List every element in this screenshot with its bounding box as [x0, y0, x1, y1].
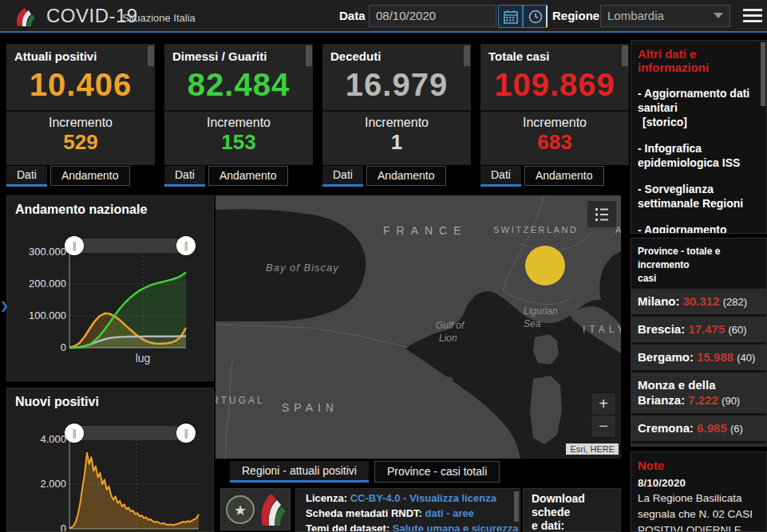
province-total: 15.988 — [697, 350, 733, 364]
link-text-2: [storico] — [638, 115, 760, 129]
time-slider-handle-left[interactable]: ∥ — [65, 236, 84, 255]
nuovi-positivi-chart: 4.0002.0000 — [7, 388, 214, 532]
tab-province-casi-totali[interactable]: Province - casi totali — [374, 461, 500, 483]
calendar-button[interactable] — [498, 5, 523, 28]
card-title: Totale casi — [480, 44, 629, 63]
stat-card-dimessi-guariti: Dimessi / Guariti 82.484 Incremento 153 — [164, 44, 313, 165]
province-total: 30.312 — [683, 294, 720, 308]
tab-regioni-attuali-positivi[interactable]: Regioni - attuali positivi — [230, 461, 369, 483]
region-label: Regione — [552, 9, 599, 22]
time-slider-track[interactable] — [74, 238, 186, 253]
licenza-link[interactable]: CC-BY-4.0 — [350, 492, 401, 504]
app-subtitle: Situazione Italia — [122, 12, 196, 24]
license-scrollbar[interactable] — [514, 491, 519, 522]
time-slider-track[interactable] — [74, 426, 186, 440]
card-value: 10.406 — [6, 67, 155, 103]
region-select[interactable]: Lombardia — [600, 5, 730, 27]
svg-text:0: 0 — [61, 522, 66, 532]
card-scrollbar[interactable] — [464, 45, 470, 66]
card-divider — [164, 110, 313, 112]
link-aggiornamento-nazionale-iss[interactable]: - Aggiornamento nazionale ISS — [631, 223, 766, 234]
legend-button[interactable] — [587, 201, 616, 227]
province-row-monza: Monza e della Brianza: 7.222 (90) — [631, 372, 766, 413]
tab-andamento[interactable]: Andamento — [524, 166, 604, 186]
license-separator: - — [401, 492, 410, 504]
card-divider — [480, 110, 629, 112]
legend-icon — [594, 207, 610, 223]
menu-button[interactable] — [743, 9, 762, 23]
card-value: 109.869 — [480, 67, 629, 103]
time-slider-handle-right[interactable]: ∥ — [176, 236, 196, 255]
province-row-milano: Milano: 30.312 (282) — [631, 289, 766, 314]
metadata-line: Scheda metadati RNDT: dati - aree — [296, 504, 520, 519]
tab-dati[interactable]: Dati — [164, 166, 205, 187]
nuovi-positivi-panel: Nuovi positivi 4.0002.0000 ∥ ∥ — [6, 388, 214, 532]
andamento-nazionale-chart: 300.000200.000100.0000lug — [7, 196, 214, 381]
tab-andamento[interactable]: Andamento — [366, 166, 446, 186]
calendar-icon — [504, 10, 518, 24]
tab-dati[interactable]: Dati — [6, 166, 47, 187]
link-text: - Infografica epidemiologica ISS — [638, 141, 760, 170]
province-total: 7.222 — [688, 393, 718, 407]
svg-text:2.000: 2.000 — [40, 478, 66, 490]
card-scrollbar[interactable] — [306, 45, 312, 66]
expand-panel-chevron-icon[interactable]: ❯ — [0, 300, 9, 312]
increment-value: 529 — [6, 130, 155, 154]
card-divider — [322, 110, 471, 112]
europe-map[interactable]: FRANCE SWITZERLAND AUSTRIA ITALY SPAIN P… — [215, 195, 621, 459]
dati-link[interactable]: dati — [425, 507, 444, 519]
increment-value: 1 — [322, 130, 471, 154]
download-label-line1: Download schede — [532, 492, 620, 519]
visualizza-licenza-link[interactable]: Visualizza licenza — [409, 492, 496, 504]
download-label: Download schede e dati: — [524, 489, 620, 532]
svg-text:200.000: 200.000 — [29, 278, 66, 290]
map-label-bay-of-biscay: Bay of Biscay — [266, 262, 339, 274]
andamento-nazionale-panel: Andamento nazionale 300.000200.000100.00… — [6, 195, 214, 381]
sidebar-scrollbar[interactable] — [761, 42, 765, 106]
zoom-out-button[interactable]: − — [591, 416, 615, 437]
province-heading-line1: Province - totale e incremento — [638, 245, 760, 272]
map-label-spain: SPAIN — [282, 401, 338, 414]
zoom-in-button[interactable]: + — [591, 393, 615, 416]
download-label-line2: e dati: — [532, 519, 620, 532]
stat-card-totale-casi: Totale casi 109.869 Incremento 683 — [480, 44, 629, 165]
increment-value: 153 — [164, 130, 313, 154]
covid-dashboard: COVID-19 Situazione Italia Data 08/10/20… — [0, 0, 767, 532]
themes-line: Temi del dataset: Salute umana e sicurez… — [296, 519, 520, 532]
link-text: - Aggiornamento dati sanitari — [638, 86, 760, 115]
map-attribution: Esri, HERE — [566, 443, 619, 455]
svg-text:★: ★ — [234, 502, 247, 518]
lombardia-marker[interactable] — [525, 246, 565, 286]
time-slider-handle-right[interactable]: ∥ — [176, 424, 196, 443]
province-increment: (40) — [737, 352, 755, 364]
aree-link[interactable]: aree — [453, 507, 474, 519]
province-increment: (6) — [730, 423, 743, 435]
tab-dati[interactable]: Dati — [480, 166, 521, 187]
card-value: 82.484 — [164, 67, 313, 103]
time-slider-handle-left[interactable]: ∥ — [65, 424, 84, 443]
map-label-ligurian-1: Ligurian — [524, 305, 558, 317]
date-label: Data — [339, 9, 366, 22]
card-scrollbar[interactable] — [148, 45, 154, 66]
link-aggiornamento-dati-sanitari[interactable]: - Aggiornamento dati sanitari [storico] — [631, 86, 766, 129]
salute-umana-link[interactable]: Salute umana e sicurezza — [393, 522, 519, 532]
card-scrollbar[interactable] — [622, 45, 628, 66]
tab-andamento[interactable]: Andamento — [208, 166, 288, 186]
date-input[interactable]: 08/10/2020 — [369, 5, 496, 27]
time-button[interactable] — [523, 5, 548, 28]
note-text: La Regione Basilicata segnala che N. 02 … — [631, 489, 766, 532]
svg-text:100.000: 100.000 — [29, 309, 66, 321]
tab-andamento[interactable]: Andamento — [50, 166, 130, 186]
tab-dati[interactable]: Dati — [322, 166, 363, 187]
link-infografica-iss[interactable]: - Infografica epidemiologica ISS — [631, 141, 766, 170]
link-sorveglianza-regioni[interactable]: - Sorveglianza settimanale Regioni — [631, 182, 766, 211]
map-label-ligurian-2: Sea — [524, 318, 540, 329]
map-label-portugal: PORTUGAL — [215, 395, 265, 406]
increment-value: 683 — [480, 130, 629, 154]
link-text: - Sorveglianza settimanale Regioni — [638, 182, 760, 211]
license-panel: Licenza: CC-BY-4.0 - Visualizza licenza … — [295, 488, 520, 532]
province-increment: (60) — [728, 324, 746, 336]
province-name: Brescia: — [638, 322, 685, 336]
map-label-france: FRANCE — [383, 224, 468, 237]
province-heading-line2: casi — [638, 272, 760, 286]
